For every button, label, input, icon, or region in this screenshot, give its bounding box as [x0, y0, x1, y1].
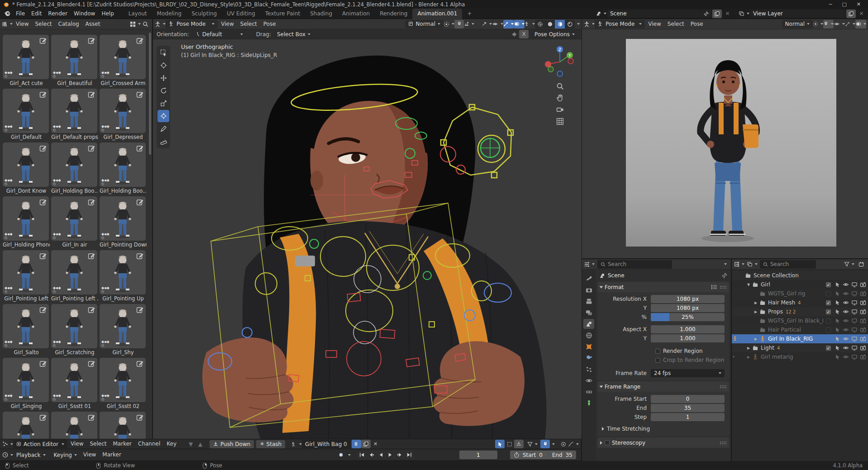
editor-type-button[interactable] [155, 20, 166, 28]
hide-eye-icon[interactable] [843, 290, 849, 297]
workspace-tab[interactable]: Animation [337, 9, 375, 19]
shading-rendered-button[interactable] [565, 20, 575, 28]
edit-asset-icon[interactable] [88, 37, 95, 44]
menu-item[interactable]: View [218, 19, 237, 29]
search-toggle-button[interactable] [141, 20, 150, 28]
start-value[interactable]: 0 [539, 452, 543, 458]
expand-arrow[interactable]: ▶ [753, 301, 759, 305]
property-field[interactable]: 35 [651, 404, 725, 412]
new-viewlayer-button[interactable] [846, 9, 856, 18]
asset-card[interactable]: ◆▪◆◇ Girl_Holding Boo... [51, 142, 98, 196]
asset-card[interactable]: ◆▪◆◇ Girl_Default [3, 89, 50, 142]
keying-dropdown[interactable]: Keying [51, 451, 80, 459]
clear-constraint-button[interactable]: X [519, 30, 529, 38]
hide-eye-icon[interactable] [843, 345, 849, 351]
shading-material-button[interactable] [555, 20, 565, 28]
asset-thumbnail[interactable]: ◆▪◆◇ [100, 89, 146, 133]
outliner-search[interactable]: Search [760, 260, 816, 269]
asset-thumbnail[interactable]: ◆▪◆◇ [100, 35, 146, 79]
new-collection-button[interactable] [857, 260, 866, 269]
asset-card[interactable]: ◆▪◆◇ Girl_Pointing Left ... [51, 250, 98, 304]
asset-card[interactable]: ◆▪◆◇ Girl_Default props [51, 89, 98, 142]
time-stretching-header[interactable]: Time Stretching [597, 424, 729, 434]
edit-asset-icon[interactable] [39, 90, 47, 98]
edit-asset-icon[interactable] [39, 360, 47, 367]
frame-range-panel-header[interactable]: Frame Range [597, 381, 729, 392]
pin-icon[interactable] [704, 11, 709, 16]
property-field[interactable]: 0 [651, 395, 725, 403]
orientation-setting-dropdown[interactable]: Default [192, 30, 246, 38]
viewport-disable-icon[interactable] [851, 290, 858, 297]
asset-thumbnail[interactable]: ◆▪◆◇ [100, 304, 146, 348]
orientation-gizmo[interactable]: Z Y [543, 44, 577, 78]
scene-browse-button[interactable] [596, 9, 606, 18]
only-selected-button[interactable] [495, 440, 505, 448]
action-name-field[interactable]: Girl_With Bag 03 [302, 440, 351, 448]
selectable-icon[interactable] [835, 354, 840, 360]
view-layer-field[interactable]: View Layer [750, 9, 845, 18]
asset-thumbnail[interactable]: ◆▪◆◇ [3, 358, 49, 402]
outliner-row[interactable]: Scene Collection [732, 271, 868, 280]
edit-asset-icon[interactable] [136, 198, 144, 206]
selectable-icon[interactable] [835, 345, 840, 351]
workspace-tab[interactable]: Rendering [375, 9, 412, 19]
minimize-icon[interactable]: ─ [829, 1, 832, 7]
delete-scene-button[interactable]: ✕ [723, 9, 732, 18]
maximize-icon[interactable]: ▢ [842, 1, 846, 7]
expand-arrow[interactable]: ▶ [753, 337, 759, 341]
hide-eye-icon[interactable] [843, 281, 849, 288]
property-field[interactable]: 1 [651, 413, 725, 421]
collection-checkbox[interactable]: ✓ [826, 346, 831, 351]
selectable-icon[interactable] [835, 299, 840, 306]
new-scene-button[interactable] [712, 9, 722, 18]
pivot-point-button[interactable] [444, 20, 454, 28]
edit-asset-icon[interactable] [88, 144, 95, 152]
render-disable-icon[interactable] [860, 309, 866, 315]
fake-user-button[interactable] [352, 440, 361, 448]
transform-orientation-dropdown[interactable]: Normal [782, 20, 813, 28]
collection-checkbox[interactable] [826, 328, 831, 332]
menu-item[interactable]: Key [163, 439, 180, 449]
edit-asset-icon[interactable] [88, 252, 95, 260]
edit-asset-icon[interactable] [39, 144, 47, 152]
render-disable-icon[interactable] [860, 281, 866, 288]
property-field[interactable]: 1.000 [651, 334, 725, 342]
viewport-canvas[interactable]: User Orthographic (1) Girl In Black_RIG … [153, 39, 582, 439]
stereoscopy-checkbox[interactable] [605, 440, 610, 445]
editor-type-button[interactable] [584, 260, 595, 269]
edit-asset-icon[interactable] [39, 252, 47, 260]
collection-checkbox[interactable]: ✓ [826, 309, 831, 314]
hide-eye-icon[interactable] [843, 318, 849, 324]
unlink-action-button[interactable]: ✕ [371, 440, 380, 448]
workspace-tab[interactable]: UV Editing [222, 9, 260, 19]
move-channel-down-button[interactable]: ▼ [186, 440, 196, 448]
selectable-icon[interactable] [835, 281, 840, 288]
outliner-row[interactable]: WGTS_Girl In Black_I [732, 316, 868, 325]
properties-tab-view-layer[interactable] [583, 308, 594, 318]
asset-card[interactable]: ◆▪◆◇ Girl_Crossed Arm [100, 35, 147, 89]
properties-options-button[interactable] [720, 260, 729, 269]
asset-thumbnail[interactable]: ◆▪◆◇ [51, 250, 97, 294]
workspace-tab[interactable]: Animation.001 [412, 9, 462, 19]
pin-icon[interactable] [722, 273, 727, 278]
asset-thumbnail[interactable]: ◆▪◆◇ [51, 35, 97, 79]
edit-asset-icon[interactable] [88, 90, 95, 98]
tool-rotate[interactable] [157, 85, 169, 97]
asset-card[interactable]: ◆▪◆◇ Girl_Pointing Down [100, 196, 147, 250]
asset-thumbnail[interactable]: ◆▪◆◇ [51, 89, 97, 133]
properties-tab-world[interactable] [583, 330, 594, 340]
asset-thumbnail[interactable]: ◆▪◆◇ [51, 358, 97, 402]
asset-card[interactable]: ◆▪◆◇ Girl_Salto [3, 304, 50, 358]
render-disable-icon[interactable] [860, 299, 866, 306]
viewport-disable-icon[interactable] [851, 327, 858, 333]
asset-thumbnail[interactable]: ◆▪◆◇ [3, 304, 49, 348]
viewport-disable-icon[interactable] [851, 336, 858, 342]
current-frame-field[interactable]: 1 [459, 451, 497, 459]
dopesheet-mode-dropdown[interactable]: Action Editor [13, 440, 67, 448]
properties-tab-data[interactable] [583, 398, 594, 408]
edit-asset-icon[interactable] [136, 252, 144, 260]
overlays-toggle-button[interactable] [514, 20, 525, 28]
asset-thumbnail[interactable]: ◆▪◆◇ [3, 412, 49, 439]
asset-thumbnail[interactable]: ◆▪◆◇ [51, 304, 97, 348]
stereoscopy-panel-header[interactable]: Stereoscopy [597, 437, 729, 448]
